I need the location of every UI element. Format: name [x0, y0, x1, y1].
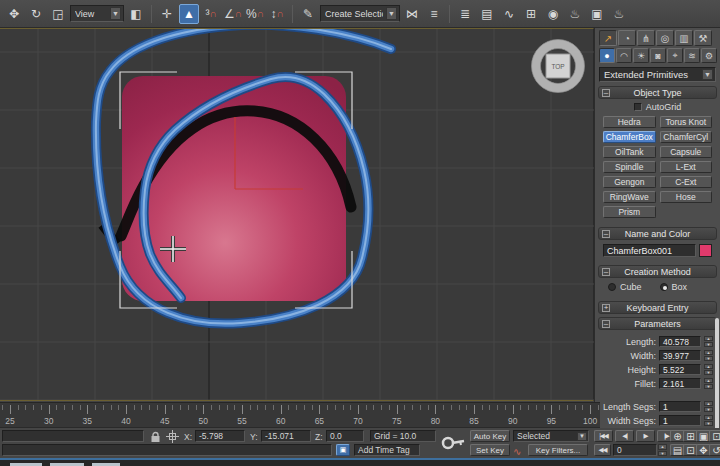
parameter-value-field[interactable]: 40.578	[659, 336, 701, 347]
rollout-header-object-type[interactable]: – Object Type	[598, 86, 717, 99]
rollout-header-keyboard-entry[interactable]: + Keyboard Entry	[598, 301, 717, 314]
named-selection-sets-dropdown-dropdown[interactable]: Create Selection Se▼	[320, 5, 400, 22]
tab-display[interactable]: ▥	[675, 30, 693, 46]
value-spinner[interactable]: ▲▼	[704, 415, 713, 426]
parameter-value-field[interactable]: 1	[659, 401, 701, 412]
set-key-mode-key-icon[interactable]	[440, 430, 466, 456]
layer-manager-button[interactable]: ≣	[455, 4, 475, 24]
frame-tick	[412, 405, 413, 410]
render-setup-button[interactable]: ♨	[565, 4, 585, 24]
use-pivot-point-center-button[interactable]: ◧	[126, 4, 146, 24]
key-tangent-icon[interactable]: ∿	[513, 446, 521, 457]
object-type-button-hedra[interactable]: Hedra	[603, 116, 656, 128]
value-spinner[interactable]: ▲▼	[704, 401, 713, 412]
category-geometry[interactable]: ●	[599, 48, 615, 63]
mirror-button[interactable]: ⋈	[402, 4, 422, 24]
tab-modify[interactable]: ◔	[618, 30, 636, 46]
percent-snap-toggle-button[interactable]: %∩	[245, 4, 265, 24]
object-type-button-chamfercyl[interactable]: ChamferCyl	[660, 131, 713, 143]
select-and-move-button[interactable]: ✥	[4, 4, 24, 24]
timeline-track-bar[interactable]: 253035404550556065707580859095100	[0, 402, 600, 428]
category-lights[interactable]: ☀	[633, 48, 649, 63]
z-coordinate-field[interactable]: 0.0	[326, 430, 364, 442]
viewport-top[interactable]: TOP	[0, 28, 594, 401]
y-coordinate-field[interactable]: -15.071	[261, 430, 311, 442]
tab-motion[interactable]: ◎	[656, 30, 674, 46]
object-type-button-hose[interactable]: Hose	[660, 191, 713, 203]
align-button[interactable]: ≡	[424, 4, 444, 24]
object-type-button-cext[interactable]: C-Ext	[660, 176, 713, 188]
category-shapes[interactable]: ◠	[616, 48, 632, 63]
key-filters-button[interactable]: Key Filters...	[528, 444, 588, 456]
transform-type-in-toggle-icon[interactable]	[166, 430, 179, 443]
value-spinner[interactable]: ▲▼	[704, 336, 713, 347]
orbit-viewport-button[interactable]: ↺	[709, 444, 720, 456]
category-space-warps[interactable]: ≋	[684, 48, 700, 63]
radio-box[interactable]: Box	[660, 282, 688, 292]
object-type-button-ringwave[interactable]: RingWave	[603, 191, 656, 203]
panel-scrollbar[interactable]	[715, 318, 719, 430]
object-type-button-prism[interactable]: Prism	[603, 206, 656, 218]
rollout-header-creation-method[interactable]: – Creation Method	[598, 265, 717, 278]
category-cameras[interactable]: ◙	[650, 48, 666, 63]
select-and-manipulate-button[interactable]: ✛	[157, 4, 177, 24]
object-type-button-capsule[interactable]: Capsule	[660, 146, 713, 158]
rendered-frame-window-button[interactable]: ▣	[587, 4, 607, 24]
container-explorer-button[interactable]: ▤	[477, 4, 497, 24]
frame-tick	[575, 405, 576, 410]
category-helpers[interactable]: ⌖	[667, 48, 683, 63]
parameter-value-field[interactable]: 5.522	[659, 364, 701, 375]
primitive-category-dropdown[interactable]: Extended Primitives ▼	[599, 67, 716, 82]
x-coordinate-field[interactable]: -5.798	[195, 430, 245, 442]
value-spinner[interactable]: ▲▼	[704, 378, 713, 389]
parameter-value-field[interactable]: 39.977	[659, 350, 701, 361]
selection-lock-icon[interactable]	[150, 431, 161, 443]
frame-spinner[interactable]: ▲▼	[658, 444, 667, 456]
value-spinner[interactable]: ▲▼	[704, 364, 713, 375]
tab-utilities[interactable]: ⚒	[694, 30, 712, 46]
radio-cube[interactable]: Cube	[608, 282, 642, 292]
edit-named-selection-sets-button[interactable]: ✎	[298, 4, 318, 24]
selection-set-dropdown[interactable]: Selected ▼	[513, 430, 589, 442]
parameter-value-field[interactable]: 2.161	[659, 378, 701, 389]
current-frame-field[interactable]: 0	[613, 444, 657, 456]
key-mode-toggle[interactable]: ◀◀	[594, 444, 611, 456]
parameter-row: Width Segs:1▲▼	[600, 415, 713, 426]
value-spinner[interactable]: ▲▼	[704, 350, 713, 361]
category-systems[interactable]: ⚙	[701, 48, 717, 63]
go-to-start-button[interactable]: |◀◀	[594, 430, 613, 442]
material-editor-button[interactable]: ◉	[543, 4, 563, 24]
render-production-button[interactable]: ♨	[609, 4, 629, 24]
select-and-scale-button[interactable]: ◲	[48, 4, 68, 24]
auto-key-button[interactable]: Auto Key	[470, 430, 510, 442]
parameter-value-field[interactable]: 1	[659, 415, 701, 426]
tab-create[interactable]: ↗	[599, 30, 617, 46]
object-type-button-spindle[interactable]: Spindle	[603, 161, 656, 173]
object-type-button-lext[interactable]: L-Ext	[660, 161, 713, 173]
angle-snap-toggle-button[interactable]: ∠∩	[223, 4, 243, 24]
snap-toggle-3d-button[interactable]: ³∩	[201, 4, 221, 24]
rollout-header-name-color[interactable]: – Name and Color	[598, 227, 717, 240]
add-time-tag[interactable]: Add Time Tag	[354, 444, 420, 456]
curve-editor-button[interactable]: ∿	[499, 4, 519, 24]
previous-frame-button[interactable]: ◀|	[615, 430, 634, 442]
object-type-button-torusknot[interactable]: Torus Knot	[660, 116, 713, 128]
play-animation-button[interactable]: ▶	[636, 430, 655, 442]
autogrid-checkbox[interactable]	[634, 103, 642, 111]
select-and-rotate-button[interactable]: ↻	[26, 4, 46, 24]
rollout-header-parameters[interactable]: – Parameters	[598, 317, 717, 330]
spinner-snap-toggle-button[interactable]: ↕∩	[267, 4, 287, 24]
object-color-swatch[interactable]	[699, 244, 712, 257]
object-name-input[interactable]: ChamferBox001	[603, 244, 696, 257]
set-key-button[interactable]: Set Key	[470, 444, 510, 456]
tab-hierarchy[interactable]: ⋔	[637, 30, 655, 46]
schematic-view-button[interactable]: ⊞	[521, 4, 541, 24]
keyboard-shortcut-override-toggle-button[interactable]: ▲	[179, 4, 199, 24]
viewcube[interactable]: TOP	[532, 40, 585, 93]
object-type-button-oiltank[interactable]: OilTank	[603, 146, 656, 158]
zoom-extents-all-button[interactable]: ⊡	[709, 430, 720, 442]
highlight-toggle-button[interactable]: ▣	[336, 444, 350, 456]
reference-coordinate-dropdown-dropdown[interactable]: View▼	[70, 5, 124, 22]
object-type-button-gengon[interactable]: Gengon	[603, 176, 656, 188]
object-type-button-chamferbox[interactable]: ChamferBox	[603, 131, 656, 143]
